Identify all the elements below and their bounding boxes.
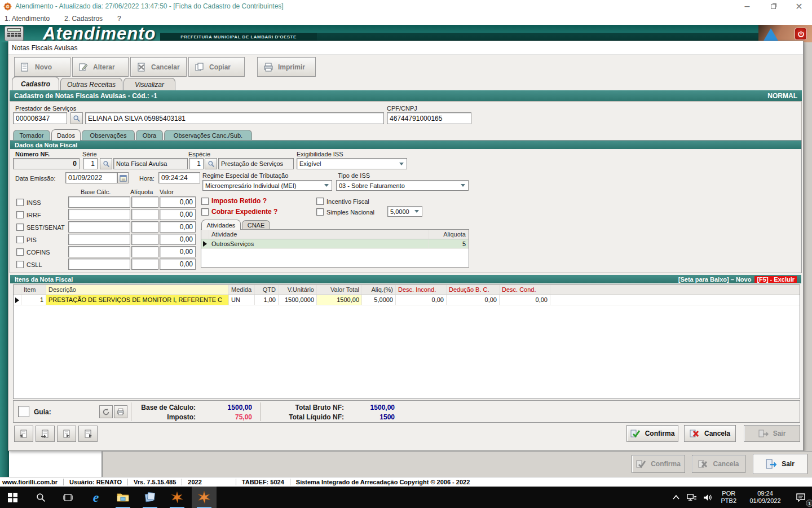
tab-cadastro[interactable]: Cadastro — [12, 77, 59, 90]
irrf-valor-input[interactable]: 0,00 — [160, 209, 196, 220]
simples-nacional-checkbox[interactable] — [316, 208, 324, 216]
cofins-valor-input[interactable]: 0,00 — [160, 246, 196, 257]
copiar-button[interactable]: Copiar — [188, 57, 245, 77]
clock[interactable]: 09:24 01/09/2022 — [745, 490, 785, 505]
csll-aliquota-input[interactable] — [131, 259, 158, 270]
tab-tomador[interactable]: Tomador — [13, 130, 50, 140]
menu-atendimento[interactable]: 1. Atendimento — [5, 15, 50, 23]
network-tray-icon[interactable] — [683, 487, 699, 508]
imposto-retido-checkbox[interactable] — [201, 198, 209, 205]
file-explorer-taskbar-icon[interactable] — [111, 487, 135, 508]
tab-atividades[interactable]: Atividades — [201, 220, 241, 230]
csll-checkbox[interactable] — [16, 261, 24, 268]
cofins-base-input[interactable] — [68, 246, 130, 257]
numero-nf-input[interactable]: 0 — [13, 158, 80, 169]
taskbar-search-button[interactable] — [28, 487, 53, 508]
prestador-code-input[interactable]: 000006347 — [13, 112, 67, 124]
pis-base-input[interactable] — [68, 234, 130, 245]
sair-button-disabled[interactable]: Sair — [744, 425, 800, 442]
alterar-button[interactable]: Alterar — [72, 57, 129, 77]
regime-select[interactable]: Microempresário Individual (MEI) — [202, 180, 332, 191]
tab-cnae[interactable]: CNAE — [242, 220, 270, 230]
tipo-iss-select[interactable]: 03 - Sobre Faturamento — [336, 180, 469, 191]
tab-observacoes-canc[interactable]: Observações Canc./Sub. — [164, 130, 252, 140]
tray-chevron-button[interactable] — [669, 487, 683, 508]
numero-nf-label: Número NF. — [15, 151, 50, 157]
volume-tray-icon[interactable] — [699, 487, 716, 508]
restore-button[interactable] — [760, 0, 786, 12]
window-right-edge — [804, 42, 812, 477]
cobrar-expediente-label: Cobrar Expediente ? — [211, 208, 277, 216]
csll-base-input[interactable] — [68, 259, 130, 270]
imprimir-button[interactable]: Imprimir — [257, 57, 316, 77]
novo-button[interactable]: Novo — [14, 57, 70, 77]
irrf-base-input[interactable] — [68, 209, 130, 220]
sest-valor-input[interactable]: 0,00 — [160, 221, 196, 233]
especie-input[interactable]: 1 — [189, 158, 204, 169]
incentivo-fiscal-checkbox[interactable] — [316, 198, 324, 205]
internet-explorer-taskbar-icon[interactable]: e — [83, 487, 108, 508]
nav-last-record-button[interactable] — [78, 426, 98, 442]
item-row[interactable]: 1 PRESTAÇÃO DE SERVIÇOS DE MONITOR I, RE… — [14, 295, 800, 305]
background-sair-button[interactable]: Sair — [753, 454, 807, 474]
background-cancela-button[interactable]: Cancela — [692, 455, 745, 473]
fiorilli-app-taskbar-icon[interactable] — [165, 487, 189, 508]
edit-pencil-icon — [78, 63, 89, 72]
menu-cadastros[interactable]: 2. Cadastros — [64, 15, 103, 23]
prestador-name-input[interactable]: ELIANA DA SILVA 05985403181 — [85, 112, 384, 124]
simples-aliquota-select[interactable]: 5,0000 — [387, 206, 422, 217]
cobrar-expediente-checkbox[interactable] — [201, 208, 209, 216]
sest-checkbox[interactable] — [16, 224, 24, 231]
start-button[interactable] — [0, 487, 25, 508]
exigibilidade-select[interactable]: Exigível — [297, 158, 407, 169]
pis-aliquota-input[interactable] — [131, 234, 158, 245]
nav-next-record-button[interactable] — [57, 426, 76, 442]
tab-observacoes[interactable]: Observações — [82, 130, 135, 140]
task-view-button[interactable] — [55, 487, 80, 508]
atividade-row[interactable]: OutrosServiços 5 — [201, 239, 469, 249]
data-emissao-input[interactable]: 01/09/2022 — [65, 172, 117, 183]
serie-search-button[interactable] — [100, 158, 112, 169]
menu-help[interactable]: ? — [117, 15, 121, 23]
cancela-button[interactable]: Cancela — [684, 425, 736, 442]
tab-visualizar[interactable]: Visualizar — [123, 78, 175, 90]
confirma-button[interactable]: Confirma — [626, 425, 678, 442]
inss-base-input[interactable] — [68, 196, 130, 208]
serie-input[interactable]: 1 — [83, 158, 98, 169]
inss-aliquota-input[interactable] — [131, 196, 158, 208]
app-blue-taskbar-icon[interactable] — [138, 487, 162, 508]
background-confirma-button[interactable]: Confirma — [632, 455, 685, 473]
especie-desc-input[interactable]: Prestação de Serviços — [218, 158, 294, 169]
tab-outras-receitas[interactable]: Outras Receitas — [60, 78, 122, 90]
inss-checkbox[interactable] — [16, 199, 24, 206]
guia-checkbox[interactable] — [18, 406, 29, 417]
pis-checkbox[interactable] — [16, 236, 24, 243]
minimize-button[interactable]: – — [734, 0, 760, 12]
prestador-search-button[interactable] — [70, 112, 83, 124]
fiorilli-app-active-taskbar-icon[interactable] — [192, 487, 217, 508]
nav-prev-record-button[interactable] — [36, 426, 55, 442]
nav-first-record-button[interactable] — [14, 426, 33, 442]
cofins-aliquota-input[interactable] — [131, 246, 158, 257]
tab-dados[interactable]: Dados — [51, 129, 81, 141]
csll-valor-input[interactable]: 0,00 — [160, 259, 196, 270]
cpf-input[interactable]: 46744791000165 — [387, 112, 471, 124]
pis-valor-input[interactable]: 0,00 — [160, 234, 196, 245]
notification-center-button[interactable]: 1 — [789, 487, 812, 508]
notification-icon — [796, 493, 806, 502]
serie-desc-input[interactable]: Nota Fiscal Avulsa — [113, 158, 188, 169]
hora-input[interactable]: 09:24:24 — [158, 172, 200, 183]
irrf-aliquota-input[interactable] — [131, 209, 158, 220]
sest-base-input[interactable] — [68, 221, 130, 233]
cancelar-button[interactable]: Cancelar — [130, 57, 187, 77]
inss-valor-input[interactable]: 0,00 — [160, 196, 196, 208]
cofins-checkbox[interactable] — [16, 248, 24, 256]
sest-aliquota-input[interactable] — [131, 221, 158, 233]
tab-obra[interactable]: Obra — [136, 130, 163, 140]
power-button[interactable] — [795, 28, 807, 40]
especie-search-button[interactable] — [205, 158, 217, 169]
calendar-button[interactable] — [117, 172, 129, 183]
language-indicator[interactable]: POR PTB2 — [721, 490, 736, 505]
irrf-checkbox[interactable] — [16, 211, 24, 218]
close-button[interactable]: ✕ — [786, 0, 812, 12]
